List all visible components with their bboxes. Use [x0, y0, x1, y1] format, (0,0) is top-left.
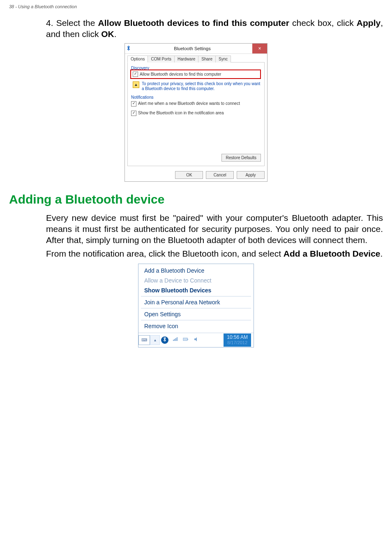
paragraph-pairing: Every new device must first be "paired" … [46, 212, 383, 246]
battery-icon[interactable] [180, 337, 191, 343]
tab-hardware[interactable]: Hardware [174, 56, 198, 63]
touch-keyboard-icon[interactable]: ⌨ [138, 335, 150, 345]
step-end: . [114, 29, 117, 39]
page-header-note: 38 - Using a Bluetooth connection [9, 4, 383, 9]
menu-open-settings[interactable]: Open Settings [138, 309, 254, 319]
taskbar-time: 10:56 AM [227, 334, 248, 340]
taskbar-clock[interactable]: 10:56 AM 8/17/2012 [224, 334, 251, 347]
menu-add-bluetooth-device[interactable]: Add a Bluetooth Device [138, 266, 254, 276]
dialog-tabs: Options COM Ports Hardware Share Sync [125, 54, 267, 63]
checkbox-alert-new-device-label: Alert me when a new Bluetooth device wan… [138, 101, 240, 106]
taskbar-date: 8/17/2012 [227, 340, 248, 345]
privacy-info-row: ▲ To protect your privacy, select this c… [131, 81, 261, 92]
menu-join-pan[interactable]: Join a Personal Area Network [138, 297, 254, 307]
tray-overflow-icon[interactable]: ▴ [150, 335, 160, 345]
dialog-actions: OK Cancel Apply [125, 169, 267, 181]
ok-button[interactable]: OK [175, 171, 203, 179]
warning-icon: ▲ [133, 81, 139, 88]
close-button[interactable]: × [252, 44, 267, 53]
bluetooth-settings-dialog: Bluetooth Settings × Options COM Ports H… [125, 43, 267, 182]
volume-icon[interactable] [191, 337, 202, 343]
group-notifications-label: Notifications [131, 95, 261, 100]
step-bold-apply: Apply [357, 18, 380, 28]
menu-separator [141, 308, 251, 308]
paragraph-notification: From the notification area, click the Bl… [46, 248, 383, 259]
checkbox-show-icon-label: Show the Bluetooth icon in the notificat… [138, 111, 224, 115]
tab-options[interactable]: Options [127, 56, 148, 63]
bluetooth-icon [125, 45, 132, 52]
taskbar: ⌨ ▴ 10:56 AM 8/17/2012 [138, 333, 254, 347]
dialog-title: Bluetooth Settings [132, 46, 252, 51]
tab-share[interactable]: Share [198, 56, 216, 63]
step-pre: Select the [56, 18, 98, 28]
menu-separator [141, 296, 251, 297]
menu-allow-connect: Allow a Device to Connect [138, 276, 254, 285]
step-mid1: check box, click [289, 18, 357, 28]
step-bold-allow: Allow Bluetooth devices to find this com… [98, 18, 289, 28]
step-4: 4. Select the Allow Bluetooth devices to… [46, 17, 383, 40]
cancel-button[interactable]: Cancel [206, 171, 234, 179]
restore-defaults-button[interactable]: Restore Defaults [221, 154, 261, 162]
highlight-allow-discovery: ✓ Allow Bluetooth devices to find this c… [130, 70, 261, 79]
bluetooth-tray-menu: Add a Bluetooth Device Allow a Device to… [138, 264, 254, 348]
checkbox-show-icon[interactable]: ✓ [131, 111, 136, 116]
privacy-info-text: To protect your privacy, select this che… [142, 81, 261, 92]
para2-pre: From the notification area, click the Bl… [46, 249, 284, 258]
apply-button[interactable]: Apply [237, 171, 265, 179]
tab-sync[interactable]: Sync [215, 56, 231, 63]
step-number: 4. [46, 17, 53, 28]
svg-rect-2 [184, 338, 187, 340]
svg-rect-1 [187, 339, 188, 340]
tab-com-ports[interactable]: COM Ports [148, 56, 174, 63]
tab-options-body: Discovery ✓ Allow Bluetooth devices to f… [127, 62, 265, 166]
menu-remove-icon[interactable]: Remove Icon [138, 321, 254, 331]
step-bold-ok: OK [101, 29, 114, 39]
network-icon[interactable] [170, 337, 180, 343]
para2-end: . [380, 249, 383, 258]
checkbox-alert-new-device[interactable]: ✓ [131, 101, 136, 107]
section-heading-adding: Adding a Bluetooth device [9, 192, 383, 206]
menu-separator [141, 320, 251, 320]
dialog-titlebar: Bluetooth Settings × [125, 44, 267, 54]
para2-bold: Add a Bluetooth Device [284, 249, 380, 258]
bluetooth-tray-icon[interactable] [161, 336, 168, 344]
menu-show-bt-devices[interactable]: Show Bluetooth Devices [138, 285, 254, 295]
checkbox-allow-discovery[interactable]: ✓ [133, 72, 138, 77]
checkbox-allow-discovery-label: Allow Bluetooth devices to find this com… [140, 72, 221, 76]
